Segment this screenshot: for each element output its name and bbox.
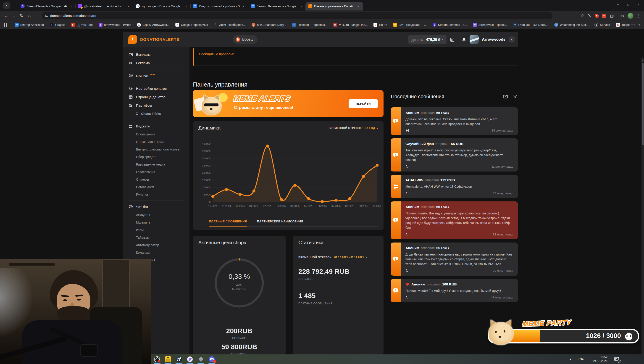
browser-profile-avatar[interactable]	[628, 13, 634, 19]
stats-range-dropdown[interactable]: ВРЕМЕННОЙ ОТРЕЗОК: 01.10.2025 - 01.11.20…	[298, 256, 367, 259]
bookmark-item[interactable]: MПочта	[374, 23, 387, 27]
taskbar-app-diamond-icon[interactable]	[196, 354, 206, 364]
sidebar-item-команды[interactable]: Команды	[123, 249, 190, 256]
taskbar-app-lightshot-icon[interactable]	[184, 354, 196, 364]
back-icon[interactable]: ←	[2, 12, 10, 20]
browser-tab[interactable]: !Панель управления - Donatio×	[306, 2, 363, 10]
boosty-button[interactable]: b Boosty	[233, 35, 258, 44]
scroll-up-icon[interactable]: ▲	[642, 59, 644, 61]
bookmarks-overflow-icon[interactable]: »	[638, 23, 640, 27]
bookmark-item[interactable]: AGoogle Переводчик	[175, 23, 208, 27]
bookmark-item[interactable]: TDГлавная - TOPDeck....	[513, 23, 548, 27]
bookmark-item[interactable]: TГлавная :: Tapochek...	[292, 23, 327, 27]
sidebar-item-мультичат[interactable]: Мультичат	[123, 218, 190, 226]
message-card[interactable]: !Анонимотправил100 RUBПривет, Женёк! Ты …	[391, 279, 518, 302]
sidebar-item-игры[interactable]: Игры	[123, 226, 190, 234]
bookmark-star-icon[interactable]: ☆	[580, 13, 584, 18]
tab-close-icon[interactable]: ×	[242, 4, 246, 8]
bookmark-item[interactable]: SStreamElements - S...	[432, 23, 467, 27]
address-bar[interactable]: donationalerts.com/dashboard	[42, 12, 552, 19]
new-tab-button[interactable]: +	[366, 3, 372, 9]
report-problem-link[interactable]: Сообщить о проблеме	[199, 52, 235, 56]
tab-search-button[interactable]: ▾	[3, 2, 10, 9]
user-menu-chevron-icon[interactable]: ▾	[509, 36, 514, 42]
user-avatar[interactable]	[470, 35, 479, 44]
tab-close-icon[interactable]: ×	[356, 4, 361, 8]
sidebar-item-виджеты[interactable]: Виджеты	[123, 122, 190, 130]
sidebar-item-голосования[interactable]: Голосования	[123, 168, 190, 176]
bookmark-item[interactable]: Tarrowwoods - Twitch	[98, 23, 131, 27]
replay-icon[interactable]: ↻	[406, 165, 409, 168]
banner-go-button[interactable]: ПЕРЕЙТИ	[348, 99, 378, 108]
bookmark-item[interactable]: +Яндекс	[50, 23, 65, 27]
sidebar-item-чат-бот[interactable]: Чат-бот	[123, 202, 190, 211]
tab-close-icon[interactable]: ×	[299, 4, 303, 8]
taskbar-app-lock-icon[interactable]	[162, 354, 174, 364]
playlist-icon[interactable]: ≡♪	[620, 14, 624, 18]
message-card[interactable]: !Анонимотправил55 RUBПривет, Женёк. Вот …	[391, 202, 518, 239]
skip-icon[interactable]	[406, 129, 409, 132]
sidebar-item-настройки-донатов[interactable]: Настройки донатов	[123, 84, 190, 93]
scrollbar-thumb[interactable]	[642, 63, 644, 145]
bookmark-item[interactable]: ≈Weathering the Stor...	[554, 23, 588, 27]
reload-icon[interactable]: ↻	[18, 12, 26, 20]
forward-icon[interactable]: →	[10, 12, 18, 20]
sidebar-item-chaos-tricks[interactable]: Chaos Tricks	[123, 110, 190, 118]
replay-icon[interactable]: ↻	[406, 296, 409, 300]
sidebar-item-внутристримовая-статистика[interactable]: Внутристримовая статистика	[123, 146, 190, 153]
replay-icon[interactable]: ↻	[406, 232, 409, 236]
bookmark-item[interactable]: GСтрим Arrowwood...	[137, 23, 170, 27]
sidebar-item-оповещения[interactable]: Оповещения	[123, 130, 190, 138]
language-indicator[interactable]: ENG	[578, 357, 584, 360]
sidebar-item-реклама[interactable]: Реклама	[123, 59, 190, 67]
bookmark-item[interactable]: VStreamVi.io - Транс...	[473, 23, 507, 27]
tab-close-icon[interactable]: ×	[184, 4, 188, 8]
browser-tab[interactable]: @cocainetearz mentioned y×	[75, 2, 133, 10]
meme-alerts-banner[interactable]: MEME ALERTS Стримы станут еще веселее! П…	[193, 90, 384, 117]
bookmark-item[interactable]: ✉224 · Входящие —...	[393, 23, 426, 27]
bookmark-item[interactable]: SServbot	[594, 23, 610, 27]
bookmark-item[interactable]: MMTG.ru - Magic: the...	[333, 23, 368, 27]
donationalerts-logo-icon[interactable]: !	[128, 35, 138, 44]
tab-audio-icon[interactable]	[64, 4, 67, 8]
donations-balance-dropdown[interactable]: Донаты: 476,25 ₽ ▾	[408, 35, 446, 44]
replay-icon[interactable]: ↻	[406, 191, 409, 195]
browser-tab[interactable]: Вампир Выживалов - Google×	[248, 2, 306, 10]
brand-name[interactable]: DONATIONALERTS	[140, 38, 179, 42]
maximize-button[interactable]: □	[623, 0, 634, 9]
taskbar-app-steam-icon[interactable]	[174, 354, 184, 364]
sidebar-item-автомодератор[interactable]: Автомодератор	[123, 241, 190, 249]
tray-chevron-icon[interactable]: ▲	[569, 358, 572, 360]
notifications-bell-icon[interactable]	[461, 37, 466, 42]
sidebar-item-статистика-стрима[interactable]: Статистика стрима	[123, 138, 190, 146]
chart-range-dropdown[interactable]: ВРЕМЕННОЙ ОТРЕЗОК: ЗА ГОД ▾	[328, 126, 378, 130]
sidebar-item-страница-донатов[interactable]: Страница донатов	[123, 93, 190, 101]
replay-icon[interactable]: ↻	[406, 269, 409, 273]
popout-icon[interactable]	[503, 94, 508, 99]
page-scrollbar[interactable]: ▲ ▼	[642, 58, 644, 364]
sidebar-item-сбор-средств[interactable]: Сбор средств	[123, 153, 190, 160]
notification-center-icon[interactable]: 8	[614, 356, 619, 362]
message-card[interactable]: !Случайный фанотправил55 RUBТак, кто там…	[391, 138, 518, 172]
message-card[interactable]: АНАН WWотправил179 RUBMemealerts: АНАН W…	[391, 175, 518, 198]
home-icon[interactable]: ⌂	[26, 12, 33, 20]
taskbar-app-obs-icon[interactable]	[152, 354, 162, 364]
tab-partner-accruals[interactable]: ПАРТНЁРСКИЕ НАЧИСЛЕНИЯ	[257, 220, 304, 226]
password-manager-icon[interactable]	[588, 14, 592, 18]
sidebar-item-dalink[interactable]: DALINKNEW	[123, 72, 190, 80]
sidebar-item-партнёры[interactable]: Партнёры	[123, 101, 190, 110]
site-settings-icon[interactable]	[45, 14, 48, 17]
sidebar-item-стикеры[interactable]: Стикеры	[123, 176, 190, 183]
sidebar-item-corona-alert[interactable]: Corona Alert	[123, 183, 190, 191]
minimize-button[interactable]: ─	[612, 0, 623, 9]
bookmark-item[interactable]: KТоррент трекер Ки...	[616, 23, 635, 27]
news-icon[interactable]	[450, 37, 455, 42]
tab-close-icon[interactable]: ×	[126, 4, 130, 8]
sidebar-item-рулетка[interactable]: Рулетка	[123, 191, 190, 198]
browser-tab[interactable]: Gzqro ranger - Поиск в Google×	[133, 2, 190, 10]
sidebar-item-размещение-медиа[interactable]: Размещение медиа	[123, 160, 190, 168]
taskbar-app-discord-icon[interactable]: 2	[206, 354, 217, 364]
bookmark-item[interactable]: VKВиктор Алексеев	[15, 23, 44, 27]
browser-tab[interactable]: Синдзи, полезай в робота - G×	[190, 2, 248, 10]
message-card[interactable]: !Анонимотправил55 RUBДокажи, что не рекл…	[391, 107, 518, 135]
